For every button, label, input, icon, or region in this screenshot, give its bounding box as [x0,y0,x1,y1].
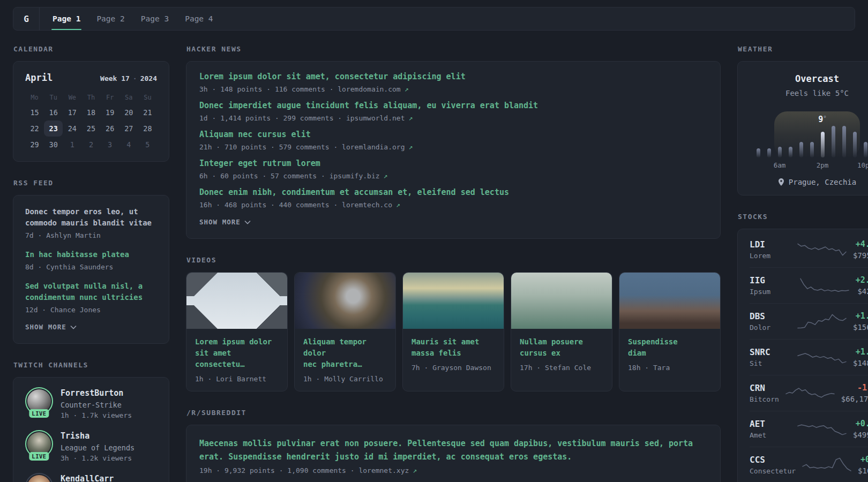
calendar-day: 1 [63,137,81,153]
calendar-weekday: Su [138,94,157,101]
calendar-weekday: We [63,94,81,101]
subreddit-post-title[interactable]: Maecenas mollis pulvinar erat non posuer… [199,437,707,464]
hackernews-item-meta: 1d · 1,414 points · 299 comments · ipsum… [199,114,707,122]
video-meta: 18h · Tara [628,364,712,372]
calendar-weekday: Tu [44,94,63,101]
hackernews-section-label: HACKER NEWS [186,45,721,53]
stock-ticker: IIG [750,275,794,285]
twitch-avatar [27,475,51,482]
weather-bar [789,147,792,157]
hackernews-show-more-button[interactable]: SHOW MORE [199,218,251,226]
hackernews-item-title[interactable]: Integer eget rutrum lorem [199,158,707,169]
subreddit-post-meta-text: 19h · 9,932 points · 1,090 comments · lo… [199,466,409,475]
stock-row[interactable]: AET Amet +0.92% $499.72 [750,411,868,447]
rss-item: Donec tempor eros leo, ut commodo mauris… [25,206,157,239]
hackernews-item-meta-text: 6h · 60 points · 57 comments · ipsumify.… [199,172,380,180]
hackernews-item: Donec enim nibh, condimentum et accumsan… [199,187,707,209]
video-meta: 1h · Molly Carrillo [303,375,387,383]
video-title[interactable]: Nullam posuere cursus ex [520,336,603,359]
rss-item-meta: 8d · Cynthia Saunders [25,263,157,271]
hackernews-item-meta: 21h · 710 points · 579 comments · loreml… [199,143,707,151]
stock-row[interactable]: CCS Consectetur +0.51% $165.84 [750,447,868,482]
external-link-icon[interactable]: ↗ [384,172,388,180]
weather-card: Overcast Feels like 5°C 9°6am2pm10pm Pra… [737,61,868,195]
stock-row[interactable]: IIG Ipsum +2.84% $42.04 [750,267,868,303]
video-card[interactable]: Aliquam tempor dolor nec pharetra… 1h · … [294,272,396,391]
show-more-label: SHOW MORE [199,218,241,226]
nav-tab[interactable]: Page 4 [184,7,214,30]
hackernews-item-title[interactable]: Donec imperdiet augue tincidunt felis al… [199,100,707,111]
stock-ticker: AET [750,419,791,429]
nav-tab[interactable]: Page 2 [95,7,125,30]
twitch-channel-name: ForrestBurton [61,388,132,398]
stock-row[interactable]: CRN Bitcorn -1.00% $66,171.48 [750,375,868,411]
nav-tab[interactable]: Page 1 [51,7,81,30]
calendar-header: April Week 17·2024 [25,72,157,83]
external-link-icon[interactable]: ↗ [409,143,413,151]
video-thumbnail[interactable] [511,273,612,329]
video-card[interactable]: Mauris sit amet massa felis 7h · Grayson… [402,272,504,391]
hackernews-item-title[interactable]: Lorem ipsum dolor sit amet, consectetur … [199,71,707,82]
left-column: CALENDAR April Week 17·2024 Mo Tu [13,45,169,482]
calendar-weekday: Fr [101,94,119,101]
stock-ticker: CRN [750,383,779,393]
calendar-day: 24 [63,120,81,137]
hackernews-item-title[interactable]: Donec enim nibh, condimentum et accumsan… [199,187,707,198]
rss-item-title[interactable]: In hac habitasse platea [25,249,157,260]
weather-bar [864,142,867,157]
calendar-day: 17 [63,104,81,120]
calendar-day: 5 [138,137,157,153]
stock-row[interactable]: LDI Lorem +4.35% $795.18 [750,232,868,267]
calendar-week-label: Week 17 [100,74,130,82]
video-card[interactable]: Nullam posuere cursus ex 17h · Stefan Co… [511,272,612,391]
calendar-day: 20 [119,104,138,120]
video-thumbnail[interactable] [186,273,287,329]
twitch-channel-name: KendallCarr [61,474,114,482]
video-thumbnail[interactable] [619,273,720,329]
external-link-icon[interactable]: ↗ [409,114,413,122]
calendar-year: 2024 [140,74,157,82]
separator-dot: · [133,74,137,82]
rss-item-title[interactable]: Donec tempor eros leo, ut commodo mauris… [25,206,157,229]
calendar-day: 21 [138,104,157,120]
video-card[interactable]: Lorem ipsum dolor sit amet consectetu… 1… [186,272,288,391]
stock-values: +0.92% $499.72 [853,419,868,439]
external-link-icon[interactable]: ↗ [413,466,417,475]
nav-tab[interactable]: Page 3 [140,7,170,30]
live-badge: LIVE [29,409,49,418]
twitch-channel-info: KendallCarr [61,474,114,482]
stock-price: $156.28 [853,323,868,332]
stock-price: $795.18 [853,251,868,260]
video-card[interactable]: Suspendisse diam 18h · Tara [619,272,721,391]
stock-price: $148.64 [853,359,868,367]
twitch-channel-row[interactable]: LIVE Trisha League of Legends 3h · 1.2k … [25,431,157,462]
hackernews-item-title[interactable]: Aliquam nec cursus elit [199,129,707,140]
calendar-weekday-row: Mo Tu We Th Fr Sa Su [25,94,157,101]
video-title[interactable]: Lorem ipsum dolor sit amet consectetu… [195,336,279,370]
video-title[interactable]: Mauris sit amet massa felis [411,336,495,359]
rss-show-more-button[interactable]: SHOW MORE [25,323,77,331]
rss-item-title[interactable]: Sed volutpat nulla nisl, a condimentum n… [25,281,157,303]
video-thumbnail[interactable] [295,273,395,329]
external-link-icon[interactable]: ↗ [396,201,400,209]
twitch-channel-row[interactable]: LIVE KendallCarr [25,474,157,482]
external-link-icon[interactable]: ↗ [405,85,409,93]
twitch-channel-row[interactable]: LIVE ForrestBurton Counter-Strike 1h · 1… [25,388,157,419]
video-thumbnail[interactable] [403,273,504,329]
twitch-card: LIVE ForrestBurton Counter-Strike 1h · 1… [13,377,169,482]
current-temp-label: 9° [818,115,827,124]
stocks-widget: STOCKS LDI Lorem +4.35% $795.18 [737,213,868,482]
rss-card: Donec tempor eros leo, ut commodo mauris… [13,195,169,344]
stock-identity: AET Amet [750,419,791,439]
stock-sparkline [796,240,848,259]
app-logo[interactable]: G [13,7,39,30]
twitch-section-label: TWITCH CHANNELS [13,361,169,369]
stock-row[interactable]: DBS Dolor +1.42% $156.28 [750,303,868,339]
hackernews-item: Integer eget rutrum lorem 6h · 60 points… [199,158,707,180]
weather-bar [853,132,857,157]
weather-feels-like: Feels like 5°C [749,89,868,97]
video-title[interactable]: Aliquam tempor dolor nec pharetra… [303,336,387,370]
video-title[interactable]: Suspendisse diam [628,336,712,359]
stock-sparkline [796,348,848,366]
stock-row[interactable]: SNRC Sit +1.36% $148.64 [750,339,868,375]
